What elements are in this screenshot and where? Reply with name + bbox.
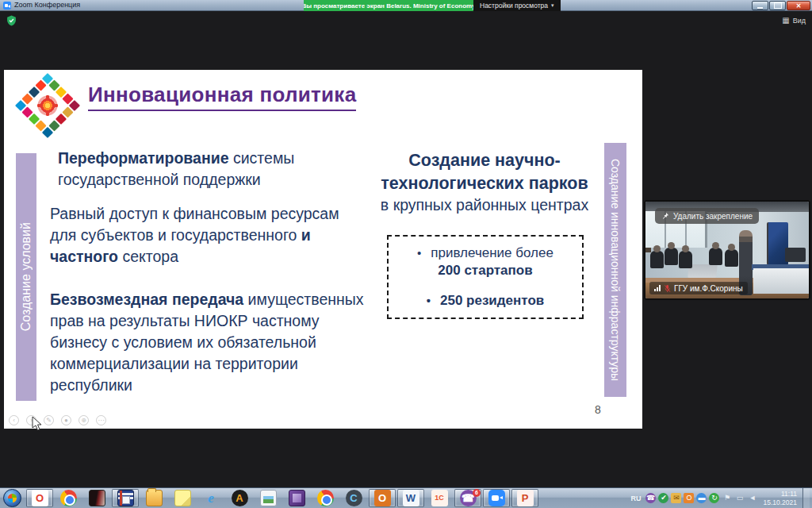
- chrome-icon[interactable]: [55, 489, 82, 507]
- sticky-notes-icon[interactable]: [169, 489, 196, 507]
- student-figure: [725, 249, 738, 267]
- pin-icon: [661, 212, 669, 220]
- view-settings-label: Настройки просмотра: [480, 2, 548, 10]
- bullet-text: привлечение более: [431, 244, 553, 262]
- podium-monitor: [785, 248, 806, 262]
- powerpoint-icon[interactable]: P: [511, 489, 538, 507]
- techparks-heading-bold: Создание научно-технологических парков: [361, 149, 608, 195]
- show-desktop-button[interactable]: [802, 488, 810, 508]
- windows-taskbar: OeACOW1С☎6P RU ☎✔✉O▬↻⚑▭◄ 11:11 15.10.202…: [0, 487, 812, 508]
- paragraph-bold: Безвозмездная передача: [50, 291, 243, 308]
- slide-page-number: 8: [595, 403, 601, 416]
- view-settings-dropdown[interactable]: Настройки просмотра ▾: [473, 0, 561, 11]
- clock-date: 15.10.2021: [763, 498, 797, 506]
- image-viewer-icon[interactable]: [255, 489, 282, 507]
- messenger-tray-icon[interactable]: ▬: [696, 493, 707, 503]
- restore-button[interactable]: [769, 1, 786, 10]
- logo-center-burst-icon: [34, 92, 61, 119]
- bullet-line-bold: 200 стартапов: [389, 262, 582, 279]
- taskbar-clock[interactable]: 11:11 15.10.2021: [763, 490, 797, 506]
- bullet-text: 250 резидентов: [440, 292, 544, 310]
- unpin-button[interactable]: Удалить закрепление: [655, 208, 759, 224]
- ccleaner-icon[interactable]: C: [340, 489, 367, 507]
- techparks-heading: Создание научно-технологических парков в…: [361, 149, 608, 215]
- zoom-taskbar-icon[interactable]: [483, 489, 510, 507]
- zoom-app-icon: [3, 2, 11, 10]
- right-sidebar-label: Создание инновационной инфраструктуры: [609, 159, 622, 381]
- windows-flag-icon: [8, 494, 17, 502]
- slide-title: Инновационная политика: [88, 83, 356, 111]
- screen-share-banner-text: Вы просматриваете экран Belarus. Ministr…: [304, 2, 473, 10]
- presenter-controls: ‹›✎●⊕⋯: [9, 415, 106, 425]
- screen-share-banner: Вы просматриваете экран Belarus. Ministr…: [304, 0, 473, 11]
- taskbar-apps: OeACOW1С☎6P: [26, 489, 538, 507]
- student-figure: [709, 248, 722, 265]
- muted-mic-icon: [664, 284, 671, 293]
- antivirus-tray-icon[interactable]: ✔: [658, 493, 668, 503]
- chrome-icon-2[interactable]: [312, 489, 339, 507]
- window-controls: [752, 1, 810, 10]
- viber-tray-icon[interactable]: ☎: [645, 493, 656, 503]
- bullet-icon: •: [417, 245, 421, 261]
- window-title: Zoom Конференция: [14, 1, 80, 9]
- presenter-control-5[interactable]: ⋯: [96, 415, 106, 425]
- chevron-down-icon: ▾: [551, 2, 554, 9]
- signal-icon: [654, 285, 661, 291]
- unpin-button-label: Удалить закрепление: [673, 212, 753, 221]
- bullet-line: • привлечение более: [389, 244, 582, 262]
- opera-icon[interactable]: O: [26, 489, 53, 507]
- paragraph-bold: Переформатирование: [58, 149, 229, 167]
- language-indicator[interactable]: RU: [630, 495, 641, 502]
- bullet-icon: •: [427, 293, 431, 309]
- right-sidebar-banner: Создание инновационной инфраструктуры: [604, 143, 626, 397]
- presentation-slide: Инновационная политика Создание условий …: [4, 70, 642, 429]
- photo-app-icon[interactable]: [83, 489, 110, 507]
- presenter-control-0[interactable]: ‹: [9, 415, 19, 425]
- onec-icon[interactable]: 1С: [426, 489, 453, 507]
- paragraph-text: Равный доступ к финансовым ресурсам для …: [50, 205, 339, 244]
- file-manager-save-icon[interactable]: [112, 489, 139, 507]
- view-button[interactable]: ▦ Вид: [782, 16, 806, 25]
- left-sidebar-banner: Создание условий: [16, 153, 36, 401]
- close-button[interactable]: [787, 1, 810, 10]
- paragraph-text: сектора: [118, 248, 178, 265]
- presenter-control-2[interactable]: ✎: [44, 415, 54, 425]
- sdg-diamond-logo: [13, 71, 82, 140]
- clock-time: 11:11: [763, 490, 797, 498]
- paragraph-equal-access: Равный доступ к финансовым ресурсам для …: [50, 203, 356, 267]
- left-sidebar-label: Создание условий: [19, 222, 33, 331]
- explorer-icon[interactable]: [140, 489, 167, 507]
- presenter-control-3[interactable]: ●: [61, 415, 71, 425]
- orange-o-tray-icon[interactable]: O: [684, 493, 694, 503]
- start-button[interactable]: [3, 489, 21, 507]
- window-titlebar: Zoom Конференция Вы просматриваете экран…: [0, 0, 812, 11]
- zoom-app-window: Zoom Конференция Вы просматриваете экран…: [0, 0, 812, 508]
- techparks-heading-sub: в крупных районных центрах: [361, 195, 608, 215]
- display-tray-icon[interactable]: ▭: [734, 493, 745, 503]
- security-shield-icon[interactable]: [6, 15, 17, 26]
- student-figure: [679, 251, 692, 268]
- internet-explorer-icon[interactable]: e: [197, 489, 224, 507]
- participant-name: ГГУ им.Ф.Скорины: [674, 284, 743, 293]
- action-center-flag-icon[interactable]: ⚑: [722, 493, 732, 503]
- presenter-control-4[interactable]: ⊕: [79, 415, 89, 425]
- participant-name-badge: ГГУ им.Ф.Скорины: [649, 282, 748, 294]
- mail-tray-icon[interactable]: ✉: [671, 493, 681, 503]
- word-icon[interactable]: W: [397, 489, 424, 507]
- minimize-button[interactable]: [752, 1, 768, 10]
- podium: [753, 268, 809, 294]
- student-figure: [665, 248, 678, 265]
- student-figure: [650, 251, 664, 268]
- aimp-icon[interactable]: A: [226, 489, 253, 507]
- sync-tray-icon[interactable]: ↻: [709, 493, 719, 503]
- purple-app-icon[interactable]: [283, 489, 310, 507]
- system-tray: RU ☎✔✉O▬↻⚑▭◄ 11:11 15.10.2021: [630, 488, 810, 508]
- participant-video[interactable]: Удалить закрепление ГГУ им.Ф.Скорины: [644, 200, 810, 300]
- outlook-icon[interactable]: O: [369, 489, 396, 507]
- paragraph-free-transfer: Безвозмездная передача имущественных пра…: [50, 289, 369, 396]
- tray-icons: ☎✔✉O▬↻⚑▭◄: [645, 493, 757, 503]
- zoom-toolbar: Включить звук ^ Включить видео ^ 60: [0, 452, 812, 487]
- volume-tray-icon[interactable]: ◄: [747, 493, 757, 503]
- bullet-line: • 250 резидентов: [389, 292, 582, 310]
- viber-icon[interactable]: ☎6: [454, 489, 481, 507]
